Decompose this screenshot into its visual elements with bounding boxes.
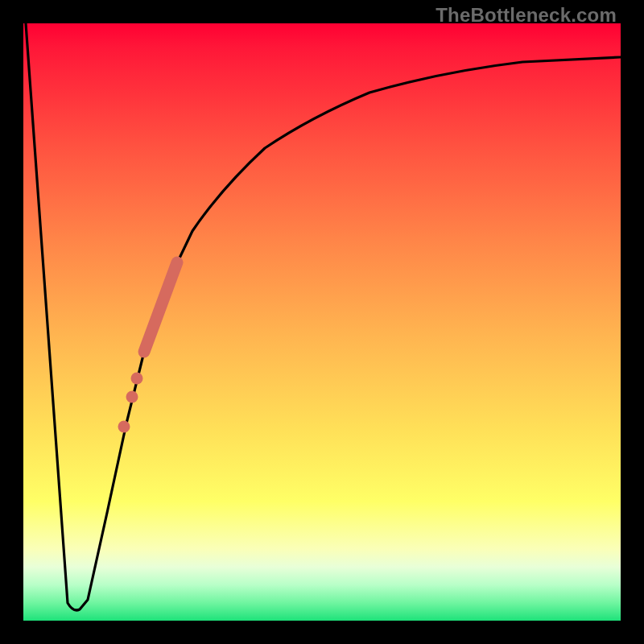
- chart-frame: TheBottleneck.com: [0, 0, 644, 644]
- highlight-segment: [144, 262, 177, 352]
- curve-layer: [23, 23, 621, 621]
- marker-dot: [118, 421, 130, 433]
- plot-area: [23, 23, 621, 621]
- attribution-watermark: TheBottleneck.com: [436, 4, 617, 27]
- marker-dot: [126, 391, 138, 403]
- bottleneck-curve: [26, 23, 621, 610]
- marker-dot: [131, 373, 143, 385]
